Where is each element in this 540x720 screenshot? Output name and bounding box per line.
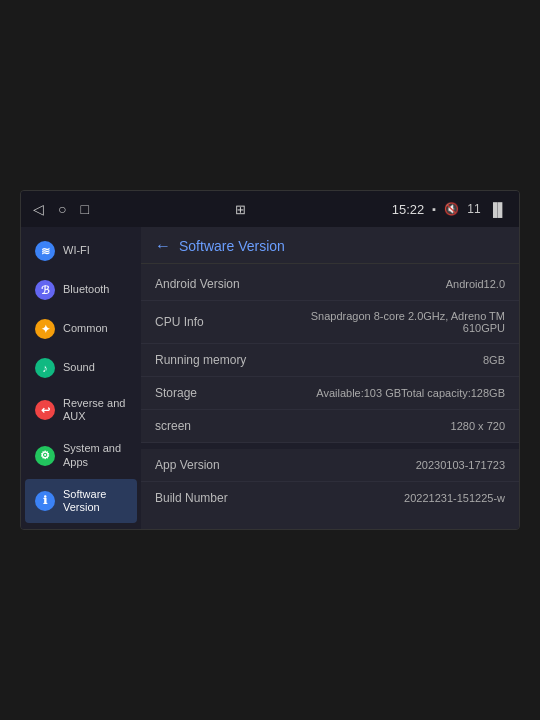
common-icon: ✦ bbox=[35, 319, 55, 339]
volume-level: 11 bbox=[467, 202, 480, 216]
center-icons: ⊞ bbox=[235, 202, 246, 217]
sidebar: ≋WI-FIℬBluetooth✦Common♪Sound↩Reverse an… bbox=[21, 227, 141, 529]
sidebar-item-software[interactable]: ℹSoftware Version bbox=[25, 479, 137, 523]
row-label: Storage bbox=[155, 386, 197, 400]
row-value: Snapdragon 8-core 2.0GHz, Adreno TM 610G… bbox=[295, 310, 505, 334]
sidebar-label-common: Common bbox=[63, 322, 108, 335]
row-value: 20221231-151225-w bbox=[404, 492, 505, 504]
row-value: 1280 x 720 bbox=[451, 420, 505, 432]
sidebar-item-reverse[interactable]: ↩Reverse and AUX bbox=[25, 388, 137, 432]
sidebar-label-system: System and Apps bbox=[63, 442, 127, 468]
row-label: Build Number bbox=[155, 491, 228, 505]
sidebar-label-reverse: Reverse and AUX bbox=[63, 397, 127, 423]
wifi-icon: ≋ bbox=[35, 241, 55, 261]
sidebar-item-system[interactable]: ⚙System and Apps bbox=[25, 433, 137, 477]
main-content: ≋WI-FIℬBluetooth✦Common♪Sound↩Reverse an… bbox=[21, 227, 519, 529]
row-label: Running memory bbox=[155, 353, 246, 367]
sidebar-item-bluetooth[interactable]: ℬBluetooth bbox=[25, 271, 137, 309]
row-label: CPU Info bbox=[155, 315, 204, 329]
table-row: App Version20230103-171723 bbox=[141, 449, 519, 482]
status-bar: ◁ ○ □ ⊞ 15:22 ▪ 🔇 11 ▐▌ bbox=[21, 191, 519, 227]
row-value: 20230103-171723 bbox=[416, 459, 505, 471]
clock: 15:22 bbox=[392, 202, 425, 217]
system-icon: ⚙ bbox=[35, 446, 55, 466]
back-button[interactable]: ← bbox=[155, 237, 171, 255]
back-nav-icon[interactable]: ◁ bbox=[33, 201, 44, 217]
status-indicators: 15:22 ▪ 🔇 11 ▐▌ bbox=[392, 202, 507, 217]
sidebar-label-bluetooth: Bluetooth bbox=[63, 283, 109, 296]
table-row: Build Number20221231-151225-w bbox=[141, 482, 519, 514]
bluetooth-icon: ℬ bbox=[35, 280, 55, 300]
table-row: Running memory8GB bbox=[141, 344, 519, 377]
content-area: ← Software Version Android VersionAndroi… bbox=[141, 227, 519, 529]
device-frame: ◁ ○ □ ⊞ 15:22 ▪ 🔇 11 ▐▌ ≋WI-FIℬBluetooth… bbox=[20, 190, 520, 530]
row-label: App Version bbox=[155, 458, 220, 472]
sidebar-label-software: Software Version bbox=[63, 488, 127, 514]
row-label: screen bbox=[155, 419, 191, 433]
table-row: CPU InfoSnapdragon 8-core 2.0GHz, Adreno… bbox=[141, 301, 519, 344]
row-value: Android12.0 bbox=[446, 278, 505, 290]
content-header: ← Software Version bbox=[141, 227, 519, 264]
table-row: screen1280 x 720 bbox=[141, 410, 519, 443]
software-icon: ℹ bbox=[35, 491, 55, 511]
row-value: Available:103 GBTotal capacity:128GB bbox=[316, 387, 505, 399]
screen-mirror-icon[interactable]: ⊞ bbox=[235, 202, 246, 217]
sidebar-item-sound[interactable]: ♪Sound bbox=[25, 349, 137, 387]
info-rows: Android VersionAndroid12.0CPU InfoSnapdr… bbox=[141, 264, 519, 518]
mute-icon: 🔇 bbox=[444, 202, 459, 216]
row-value: 8GB bbox=[483, 354, 505, 366]
sidebar-item-factory[interactable]: ✿Factory bbox=[25, 524, 137, 529]
table-row: StorageAvailable:103 GBTotal capacity:12… bbox=[141, 377, 519, 410]
battery-icon: ▐▌ bbox=[489, 202, 507, 217]
sidebar-label-wifi: WI-FI bbox=[63, 244, 90, 257]
sidebar-item-common[interactable]: ✦Common bbox=[25, 310, 137, 348]
wifi-status-icon: ▪ bbox=[432, 203, 436, 215]
home-nav-icon[interactable]: ○ bbox=[58, 201, 66, 217]
nav-controls: ◁ ○ □ bbox=[33, 201, 89, 217]
sound-icon: ♪ bbox=[35, 358, 55, 378]
sidebar-item-wifi[interactable]: ≋WI-FI bbox=[25, 232, 137, 270]
sidebar-label-sound: Sound bbox=[63, 361, 95, 374]
reverse-icon: ↩ bbox=[35, 400, 55, 420]
table-row: Android VersionAndroid12.0 bbox=[141, 268, 519, 301]
row-label: Android Version bbox=[155, 277, 240, 291]
recents-nav-icon[interactable]: □ bbox=[80, 201, 88, 217]
section-title: Software Version bbox=[179, 238, 285, 254]
